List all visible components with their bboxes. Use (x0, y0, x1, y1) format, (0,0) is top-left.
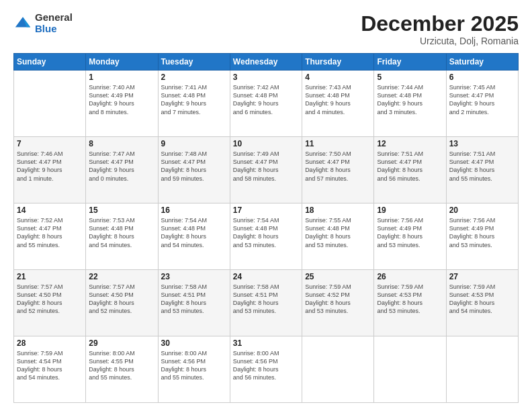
calendar-cell: 8Sunrise: 7:47 AMSunset: 4:47 PMDaylight… (86, 137, 158, 203)
cell-details: Sunrise: 7:59 AMSunset: 4:53 PMDaylight:… (377, 283, 443, 316)
calendar-cell: 17Sunrise: 7:54 AMSunset: 4:48 PMDayligh… (230, 203, 302, 270)
cell-details: Sunrise: 8:00 AMSunset: 4:56 PMDaylight:… (161, 349, 227, 382)
weekday-header-row: SundayMondayTuesdayWednesdayThursdayFrid… (14, 54, 519, 71)
calendar-cell (14, 71, 86, 137)
day-number: 21 (17, 272, 83, 281)
logo-text: General Blue (35, 12, 73, 34)
month-title: December 2025 (361, 12, 519, 36)
day-number: 19 (377, 205, 443, 215)
calendar-cell: 21Sunrise: 7:57 AMSunset: 4:50 PMDayligh… (14, 270, 86, 336)
day-number: 2 (161, 73, 227, 82)
calendar-cell (446, 336, 518, 403)
cell-details: Sunrise: 7:50 AMSunset: 4:47 PMDaylight:… (305, 150, 371, 183)
day-number: 1 (89, 73, 154, 82)
cell-details: Sunrise: 7:59 AMSunset: 4:53 PMDaylight:… (449, 283, 515, 316)
cell-details: Sunrise: 7:44 AMSunset: 4:48 PMDaylight:… (377, 83, 443, 116)
day-number: 6 (449, 73, 515, 82)
calendar-cell: 14Sunrise: 7:52 AMSunset: 4:47 PMDayligh… (14, 203, 86, 270)
day-number: 30 (161, 338, 227, 348)
weekday-monday: Monday (86, 54, 158, 71)
day-number: 28 (17, 338, 83, 348)
cell-details: Sunrise: 7:54 AMSunset: 4:48 PMDaylight:… (161, 216, 227, 249)
day-number: 20 (449, 205, 515, 215)
calendar-cell: 4Sunrise: 7:43 AMSunset: 4:48 PMDaylight… (302, 71, 374, 137)
day-number: 7 (17, 139, 83, 148)
day-number: 8 (89, 139, 154, 148)
calendar-cell: 25Sunrise: 7:59 AMSunset: 4:52 PMDayligh… (302, 270, 374, 336)
cell-details: Sunrise: 7:57 AMSunset: 4:50 PMDaylight:… (89, 283, 154, 316)
cell-details: Sunrise: 7:56 AMSunset: 4:49 PMDaylight:… (449, 216, 515, 249)
weekday-wednesday: Wednesday (230, 54, 302, 71)
page: General Blue December 2025 Urzicuta, Dol… (0, 0, 532, 411)
day-number: 15 (89, 205, 154, 215)
calendar-cell: 2Sunrise: 7:41 AMSunset: 4:48 PMDaylight… (158, 71, 230, 137)
day-number: 5 (377, 73, 443, 82)
day-number: 24 (233, 272, 299, 281)
cell-details: Sunrise: 7:53 AMSunset: 4:48 PMDaylight:… (89, 216, 154, 249)
day-number: 16 (161, 205, 227, 215)
cell-details: Sunrise: 7:41 AMSunset: 4:48 PMDaylight:… (161, 83, 227, 116)
day-number: 14 (17, 205, 83, 215)
cell-details: Sunrise: 7:51 AMSunset: 4:47 PMDaylight:… (449, 150, 515, 183)
day-number: 26 (377, 272, 443, 281)
cell-details: Sunrise: 7:47 AMSunset: 4:47 PMDaylight:… (89, 150, 154, 183)
cell-details: Sunrise: 7:57 AMSunset: 4:50 PMDaylight:… (17, 283, 83, 316)
location-subtitle: Urzicuta, Dolj, Romania (361, 36, 519, 46)
weekday-friday: Friday (374, 54, 446, 71)
calendar-cell: 1Sunrise: 7:40 AMSunset: 4:49 PMDaylight… (86, 71, 158, 137)
calendar-cell: 22Sunrise: 7:57 AMSunset: 4:50 PMDayligh… (86, 270, 158, 336)
day-number: 31 (233, 338, 299, 348)
logo-icon (13, 14, 32, 33)
cell-details: Sunrise: 7:49 AMSunset: 4:47 PMDaylight:… (233, 150, 299, 183)
calendar-cell: 6Sunrise: 7:45 AMSunset: 4:47 PMDaylight… (446, 71, 518, 137)
calendar-table: SundayMondayTuesdayWednesdayThursdayFrid… (13, 53, 519, 403)
calendar-cell: 28Sunrise: 7:59 AMSunset: 4:54 PMDayligh… (14, 336, 86, 403)
week-row-5: 28Sunrise: 7:59 AMSunset: 4:54 PMDayligh… (14, 336, 519, 403)
calendar-cell: 7Sunrise: 7:46 AMSunset: 4:47 PMDaylight… (14, 137, 86, 203)
calendar-cell: 20Sunrise: 7:56 AMSunset: 4:49 PMDayligh… (446, 203, 518, 270)
calendar-cell: 15Sunrise: 7:53 AMSunset: 4:48 PMDayligh… (86, 203, 158, 270)
calendar-cell: 13Sunrise: 7:51 AMSunset: 4:47 PMDayligh… (446, 137, 518, 203)
cell-details: Sunrise: 7:40 AMSunset: 4:49 PMDaylight:… (89, 83, 154, 116)
day-number: 27 (449, 272, 515, 281)
week-row-3: 14Sunrise: 7:52 AMSunset: 4:47 PMDayligh… (14, 203, 519, 270)
logo-general: General (35, 12, 73, 24)
title-block: December 2025 Urzicuta, Dolj, Romania (361, 12, 519, 46)
weekday-saturday: Saturday (446, 54, 518, 71)
day-number: 17 (233, 205, 299, 215)
cell-details: Sunrise: 7:58 AMSunset: 4:51 PMDaylight:… (161, 283, 227, 316)
calendar-cell: 10Sunrise: 7:49 AMSunset: 4:47 PMDayligh… (230, 137, 302, 203)
calendar-cell: 30Sunrise: 8:00 AMSunset: 4:56 PMDayligh… (158, 336, 230, 403)
calendar-cell: 12Sunrise: 7:51 AMSunset: 4:47 PMDayligh… (374, 137, 446, 203)
week-row-1: 1Sunrise: 7:40 AMSunset: 4:49 PMDaylight… (14, 71, 519, 137)
cell-details: Sunrise: 7:42 AMSunset: 4:48 PMDaylight:… (233, 83, 299, 116)
day-number: 25 (305, 272, 371, 281)
cell-details: Sunrise: 7:48 AMSunset: 4:47 PMDaylight:… (161, 150, 227, 183)
calendar-cell (302, 336, 374, 403)
week-row-4: 21Sunrise: 7:57 AMSunset: 4:50 PMDayligh… (14, 270, 519, 336)
calendar-cell: 5Sunrise: 7:44 AMSunset: 4:48 PMDaylight… (374, 71, 446, 137)
day-number: 9 (161, 139, 227, 148)
cell-details: Sunrise: 8:00 AMSunset: 4:55 PMDaylight:… (89, 349, 154, 382)
day-number: 11 (305, 139, 371, 148)
day-number: 29 (89, 338, 154, 348)
calendar-cell: 26Sunrise: 7:59 AMSunset: 4:53 PMDayligh… (374, 270, 446, 336)
day-number: 18 (305, 205, 371, 215)
cell-details: Sunrise: 7:51 AMSunset: 4:47 PMDaylight:… (377, 150, 443, 183)
calendar-cell: 9Sunrise: 7:48 AMSunset: 4:47 PMDaylight… (158, 137, 230, 203)
day-number: 12 (377, 139, 443, 148)
calendar-cell: 24Sunrise: 7:58 AMSunset: 4:51 PMDayligh… (230, 270, 302, 336)
cell-details: Sunrise: 7:54 AMSunset: 4:48 PMDaylight:… (233, 216, 299, 249)
cell-details: Sunrise: 7:43 AMSunset: 4:48 PMDaylight:… (305, 83, 371, 116)
calendar-cell: 3Sunrise: 7:42 AMSunset: 4:48 PMDaylight… (230, 71, 302, 137)
week-row-2: 7Sunrise: 7:46 AMSunset: 4:47 PMDaylight… (14, 137, 519, 203)
day-number: 23 (161, 272, 227, 281)
logo-blue: Blue (35, 24, 73, 35)
day-number: 3 (233, 73, 299, 82)
cell-details: Sunrise: 7:52 AMSunset: 4:47 PMDaylight:… (17, 216, 83, 249)
calendar-cell: 19Sunrise: 7:56 AMSunset: 4:49 PMDayligh… (374, 203, 446, 270)
header: General Blue December 2025 Urzicuta, Dol… (13, 12, 519, 46)
cell-details: Sunrise: 7:46 AMSunset: 4:47 PMDaylight:… (17, 150, 83, 183)
weekday-sunday: Sunday (14, 54, 86, 71)
day-number: 13 (449, 139, 515, 148)
